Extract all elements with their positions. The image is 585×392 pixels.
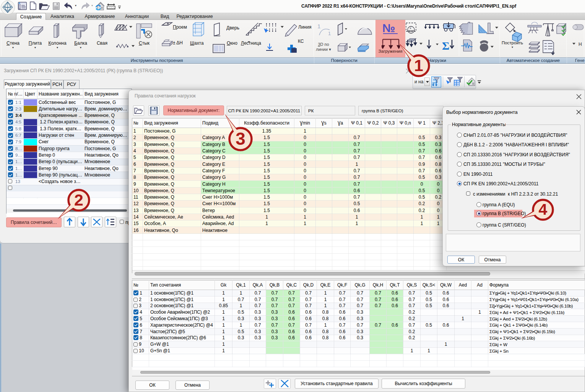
svg-text:1: 1 <box>414 56 423 75</box>
svg-text:2: 2 <box>74 191 83 209</box>
svg-text:3: 3 <box>236 129 245 149</box>
svg-text:4: 4 <box>539 201 548 218</box>
